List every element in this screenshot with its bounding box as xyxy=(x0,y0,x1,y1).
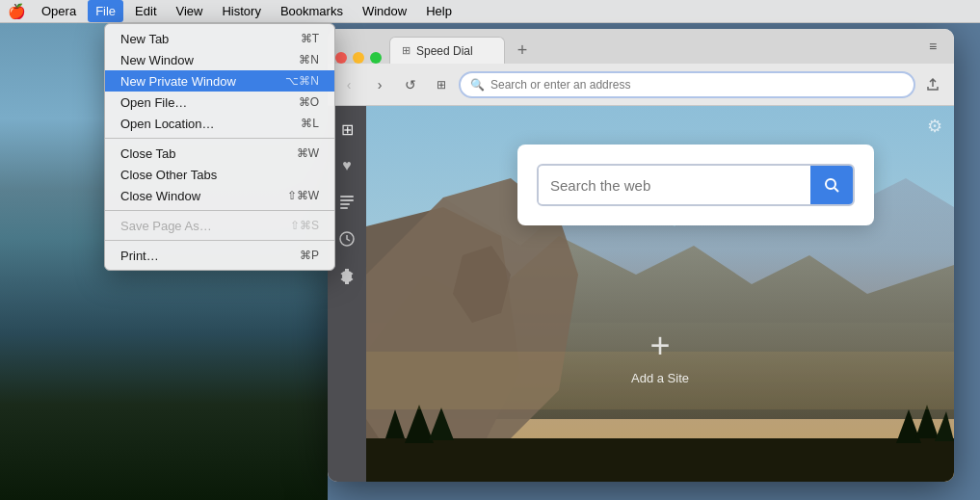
sidebar-icon-history[interactable] xyxy=(331,224,362,254)
sidebar-icon-heart[interactable]: ♥ xyxy=(331,150,362,181)
search-input[interactable] xyxy=(539,168,810,203)
sidebar-icon-extensions[interactable] xyxy=(331,260,362,291)
tab-speed-dial[interactable]: ⊞ Speed Dial xyxy=(389,37,505,64)
address-bar[interactable]: 🔍 xyxy=(459,71,915,98)
menubar-help[interactable]: Help xyxy=(418,0,460,22)
search-box[interactable] xyxy=(537,164,855,206)
menu-separator-1 xyxy=(105,138,334,139)
maximize-button[interactable] xyxy=(370,52,382,64)
back-button[interactable]: ‹ xyxy=(335,71,362,98)
grid-button[interactable]: ⊞ xyxy=(428,71,455,98)
search-button[interactable] xyxy=(810,166,853,204)
search-overlay xyxy=(517,145,874,225)
menubar-file[interactable]: File xyxy=(88,0,123,22)
menu-item-close-other-tabs[interactable]: Close Other Tabs xyxy=(105,164,334,185)
svg-rect-1 xyxy=(340,199,354,201)
apple-menu[interactable]: 🍎 xyxy=(8,3,26,20)
menubar: 🍎 Opera File Edit View History Bookmarks… xyxy=(0,0,980,23)
toolbar: ‹ › ↺ ⊞ 🔍 xyxy=(328,64,954,106)
browser-content: ⊞ ♥ xyxy=(328,106,954,482)
tab-bar-right: ≡ xyxy=(919,33,946,60)
svg-rect-3 xyxy=(340,207,348,209)
menu-item-close-window[interactable]: Close Window ⇧⌘W xyxy=(105,185,334,206)
traffic-lights xyxy=(335,52,382,64)
svg-rect-0 xyxy=(340,196,354,197)
add-site-icon: + xyxy=(649,329,670,363)
menu-item-save-page: Save Page As… ⇧⌘S xyxy=(105,215,334,236)
svg-point-19 xyxy=(826,179,835,189)
tab-grid-icon: ⊞ xyxy=(402,44,411,57)
menubar-view[interactable]: View xyxy=(169,0,211,22)
close-button[interactable] xyxy=(335,52,347,64)
menubar-history[interactable]: History xyxy=(214,0,268,22)
menu-item-new-private-window[interactable]: New Private Window ⌥⌘N xyxy=(105,70,334,92)
menu-item-new-tab[interactable]: New Tab ⌘T xyxy=(105,28,334,49)
svg-line-20 xyxy=(834,188,838,192)
svg-rect-11 xyxy=(366,438,954,482)
menu-separator-3 xyxy=(105,240,334,241)
menubar-bookmarks[interactable]: Bookmarks xyxy=(273,0,351,22)
tab-title: Speed Dial xyxy=(416,44,492,58)
menu-separator-2 xyxy=(105,210,334,211)
browser-window: ⊞ Speed Dial + ≡ ‹ › ↺ ⊞ 🔍 ⊞ ♥ xyxy=(328,29,954,482)
menu-item-print[interactable]: Print… ⌘P xyxy=(105,245,334,266)
address-input[interactable] xyxy=(490,78,904,92)
sidebar-icon-grid[interactable]: ⊞ xyxy=(331,114,362,145)
add-site[interactable]: + Add a Site xyxy=(631,329,689,385)
add-site-label: Add a Site xyxy=(631,371,689,385)
svg-rect-2 xyxy=(340,203,350,205)
forward-button[interactable]: › xyxy=(366,71,393,98)
search-icon: 🔍 xyxy=(470,78,485,92)
tab-bar: ⊞ Speed Dial + ≡ xyxy=(328,29,954,64)
reload-button[interactable]: ↺ xyxy=(397,71,424,98)
menu-item-open-file[interactable]: Open File… ⌘O xyxy=(105,92,334,113)
menu-item-close-tab[interactable]: Close Tab ⌘W xyxy=(105,143,334,164)
menubar-edit[interactable]: Edit xyxy=(127,0,164,22)
main-content: ⚙ + Add a Site xyxy=(366,106,954,482)
menubar-opera[interactable]: Opera xyxy=(34,0,84,22)
menu-item-open-location[interactable]: Open Location… ⌘L xyxy=(105,113,334,134)
menubar-window[interactable]: Window xyxy=(355,0,414,22)
settings-icon[interactable]: ⚙ xyxy=(927,116,942,137)
tab-bar-menu-button[interactable]: ≡ xyxy=(919,33,946,60)
share-button[interactable] xyxy=(919,71,946,98)
file-dropdown-menu: New Tab ⌘T New Window ⌘N New Private Win… xyxy=(104,23,335,271)
new-tab-button[interactable]: + xyxy=(511,39,534,62)
menu-item-new-window[interactable]: New Window ⌘N xyxy=(105,49,334,70)
sidebar-icon-news[interactable] xyxy=(331,187,362,218)
minimize-button[interactable] xyxy=(353,52,364,64)
